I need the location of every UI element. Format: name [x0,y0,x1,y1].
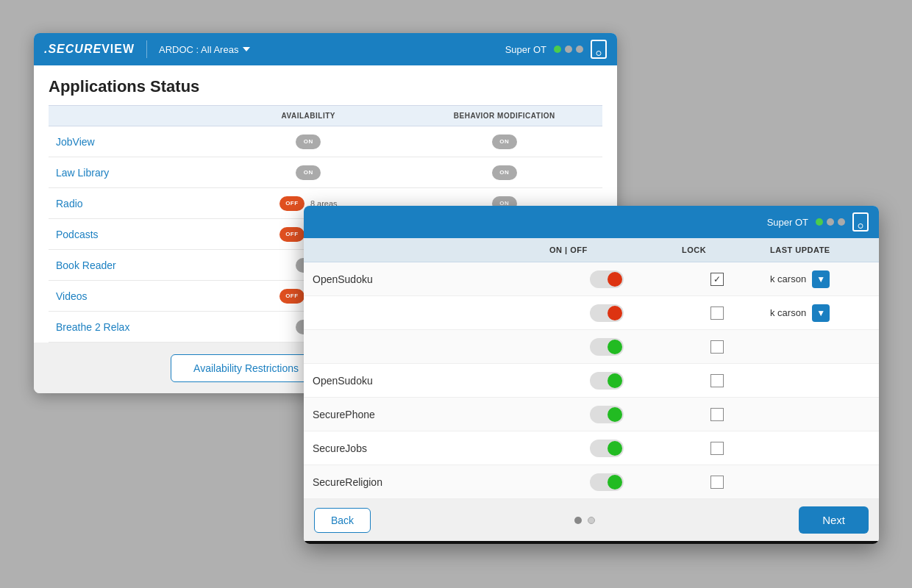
update-user: k carson [770,307,806,318]
overlay-app-name: SecurePhone [304,403,541,426]
overlay-app-name: OpenSudoku [304,268,541,291]
app-name[interactable]: Breathe 2 Relax [49,315,210,339]
overlay-app-name [304,341,541,353]
toggle-switch[interactable] [590,270,624,288]
app-name[interactable]: Radio [49,192,210,215]
lock-cell [673,302,761,324]
app-name[interactable]: Book Reader [49,254,210,277]
lock-cell [673,404,761,426]
lock-cell [673,471,761,493]
toggle-cell [541,435,673,462]
toggle-cell [541,334,673,360]
overlay-table-header: ON | OFF LOCK LAST UPDATE [304,238,879,262]
lock-cell [673,437,761,459]
overlay-tablet-icon [852,212,869,232]
chevron-down-icon [243,47,250,51]
overlay-col3-header: LOCK [673,238,761,262]
avail-badge[interactable]: OFF [279,227,304,242]
checkmark-icon: ✓ [713,274,721,284]
overlay-row: SecureReligion [304,465,879,499]
chevron-down-button[interactable]: ▼ [812,270,830,288]
app-name[interactable]: Law Library [49,161,210,184]
behav-cell: ON [407,130,603,154]
app-row: Law LibraryONON [49,157,602,188]
avail-badge[interactable]: ON [296,165,321,180]
lock-checkbox[interactable] [710,442,724,455]
lock-checkbox[interactable] [710,374,724,387]
app-name[interactable]: Podcasts [49,223,210,246]
overlay-col1-header [304,238,541,262]
pagination-dots [574,517,595,524]
avail-cell: ON [210,130,407,154]
location-selector[interactable]: ARDOC : All Areas [159,44,250,55]
overlay-header: Super OT [304,206,879,238]
toggle-switch[interactable] [590,338,624,356]
overlay-dot-green [816,218,823,226]
avail-badge[interactable]: OFF [279,196,304,211]
lock-checkbox[interactable] [710,340,724,354]
next-button[interactable]: Next [799,506,869,534]
behav-badge[interactable]: ON [492,135,517,149]
avail-badge[interactable]: OFF [279,289,304,304]
overlay-rows: OpenSudoku✓k carson▼k carson▼OpenSudokuS… [304,262,879,499]
overlay-row: SecureJobs [304,431,879,465]
app-name[interactable]: Videos [49,284,210,308]
overlay-app-name: OpenSudoku [304,369,541,392]
lock-cell [673,370,761,392]
header-divider [146,40,147,58]
toggle-cell [541,401,673,428]
toggle-switch[interactable] [590,304,624,322]
avail-badge[interactable]: ON [296,135,321,149]
toggle-switch[interactable] [590,440,624,457]
toggle-knob [608,272,622,287]
toggle-switch[interactable] [590,473,624,491]
behav-badge[interactable]: ON [492,165,517,180]
behav-cell: ON [407,161,603,184]
toggle-knob [608,441,622,456]
app-name[interactable]: JobView [49,130,210,154]
toggle-knob [608,373,622,388]
dot-green [554,46,561,53]
page-title: Applications Status [49,77,602,105]
overlay-app-name [304,307,541,319]
lock-checkbox[interactable] [710,476,724,489]
update-user: k carson [770,273,806,284]
last-update-cell [761,376,879,385]
toggle-cell [541,469,673,495]
lock-cell: ✓ [673,268,761,290]
back-button[interactable]: Back [314,508,371,533]
overlay-status-dots [816,218,845,226]
last-update-cell: k carson▼ [761,300,879,326]
overlay-dot-gray-2 [838,218,845,226]
toggle-cell [541,368,673,394]
user-label: Super OT [505,44,546,55]
overlay-row: OpenSudoku✓k carson▼ [304,262,879,296]
toggle-switch[interactable] [590,372,624,390]
app-row: JobViewONON [49,126,602,157]
status-dots [554,46,583,53]
overlay-row: OpenSudoku [304,364,879,398]
last-update-cell [761,343,879,351]
last-update-cell [761,478,879,487]
tablet-icon [591,40,607,59]
overlay-col2-header: ON | OFF [541,238,673,262]
avail-cell: ON [210,161,407,184]
overlay-row [304,330,879,364]
dot-gray-2 [576,46,583,53]
last-update-cell [761,444,879,453]
main-header-right: Super OT [505,40,607,59]
lock-checkbox[interactable] [710,306,724,320]
lock-checkbox[interactable]: ✓ [710,273,724,286]
overlay-app-name: SecureReligion [304,470,541,494]
overlay-col4-header: LAST UPDATE [761,238,879,262]
behavior-header: BEHAVIOR MODIFICATION [407,106,603,126]
page-dot-1 [574,517,582,524]
overlay-dot-gray-1 [827,218,834,226]
location-label: ARDOC : All Areas [159,44,238,55]
availability-restrictions-button[interactable]: Availability Restrictions [171,354,321,382]
toggle-switch[interactable] [590,406,624,423]
lock-checkbox[interactable] [710,408,724,421]
toggle-cell [541,300,673,326]
toggle-cell [541,266,673,293]
chevron-down-button[interactable]: ▼ [812,304,830,322]
